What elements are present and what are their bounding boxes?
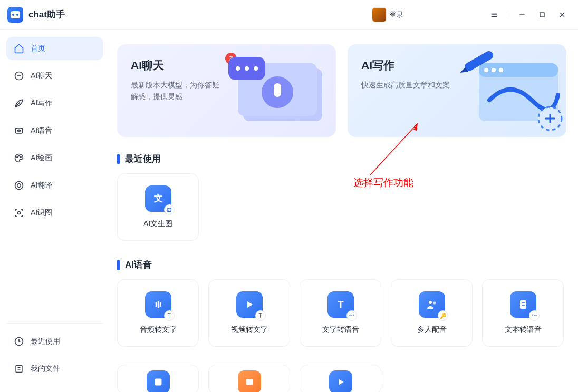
svg-rect-33 [479,63,558,77]
svg-rect-4 [540,13,544,17]
svg-point-34 [484,68,488,72]
wave-sub-icon: 〰 [346,310,357,321]
palette-icon [14,153,24,163]
login-button[interactable]: 登录 [390,10,403,19]
sidebar-item-label: AI写作 [31,99,52,108]
tool-icon [238,370,261,392]
wave-sub-icon: 〰 [529,310,540,321]
sidebar-item-label: AI绘画 [31,153,52,163]
maximize-button[interactable] [534,6,551,23]
tool-label: 文本转语音 [505,325,542,335]
translate-icon [14,180,24,191]
svg-marker-44 [247,301,253,308]
tool-icon [147,370,170,392]
section-title: AI语音 [125,259,152,271]
svg-point-30 [245,66,249,71]
svg-point-29 [236,66,240,71]
accent-bar-icon [117,154,120,164]
feather-icon [14,98,24,109]
svg-line-54 [370,123,418,175]
chat-icon [14,71,24,81]
sidebar-item-label: AI翻译 [31,181,52,190]
svg-point-46 [429,301,432,304]
home-icon [14,43,24,54]
tool-card-tts[interactable]: 〰 文本转语音 [482,279,564,347]
svg-point-14 [17,157,18,158]
sidebar-item-voice[interactable]: AI语音 [6,119,103,142]
sidebar-item-label: AI聊天 [31,71,52,81]
tool-label: 文字转语音 [322,325,359,335]
people-icon: 🔑 [419,291,445,318]
close-button[interactable] [554,6,571,23]
svg-point-36 [499,68,503,72]
svg-point-47 [433,302,436,305]
sidebar-item-home[interactable]: 首页 [6,37,103,60]
section-title: 最近使用 [125,153,161,165]
hero-desc: 快速生成高质量文章和文案 [361,79,456,91]
sidebar-item-write[interactable]: AI写作 [6,92,103,115]
tool-card-text2img[interactable]: 文 🖼 AI文生图 [117,173,199,241]
svg-point-31 [254,66,258,71]
tool-card-partial[interactable] [208,365,290,392]
sidebar: 首页 AI聊天 AI写作 AI语音 AI绘画 AI翻译 AI识图 [0,30,110,392]
titlebar: chat助手 登录 [0,0,578,30]
svg-point-18 [17,184,21,188]
audio-icon: T [145,291,171,318]
svg-rect-27 [274,83,281,97]
image-sub-icon: 🖼 [164,204,175,215]
svg-marker-53 [339,379,343,385]
svg-text:T: T [338,299,343,310]
sidebar-item-recent[interactable]: 最近使用 [6,330,103,353]
annotation-arrow-icon [365,122,423,180]
tool-label: 多人配音 [417,325,447,335]
section-header-voice: AI语音 [117,259,566,271]
sidebar-item-files[interactable]: 我的文件 [6,357,103,380]
app-logo-icon [7,7,23,23]
svg-text:文: 文 [153,193,162,203]
minimize-button[interactable] [514,6,531,23]
tool-card-video2text[interactable]: T 视频转文字 [208,279,290,347]
tool-label: 音频转文字 [140,325,177,335]
tool-card-text2voice[interactable]: T 〰 文字转语音 [300,279,381,347]
avatar[interactable] [372,7,387,22]
sidebar-item-label: 最近使用 [31,337,60,346]
tool-card-partial[interactable] [117,365,199,392]
history-icon [14,336,24,347]
tool-label: 视频转文字 [231,325,268,335]
hero-card-chat[interactable]: AI聊天 最新版本大模型，为你答疑解惑，提供灵感 2 [117,44,336,137]
sidebar-item-label: AI识图 [31,208,52,218]
sidebar-item-label: 首页 [31,44,45,53]
svg-point-19 [18,212,21,214]
text-sub-icon: T [164,310,175,321]
sidebar-item-translate[interactable]: AI翻译 [6,174,103,197]
sidebar-item-vision[interactable]: AI识图 [6,201,103,224]
svg-point-16 [21,157,22,158]
text2img-icon: 文 🖼 [145,185,171,212]
svg-rect-51 [155,379,161,386]
sidebar-item-paint[interactable]: AI绘画 [6,146,103,170]
chat-illustration-icon [222,47,333,134]
hero-desc: 最新版本大模型，为你答疑解惑，提供灵感 [131,79,226,103]
file-icon [14,364,24,374]
scan-icon [14,208,24,218]
video-icon: T [236,291,263,318]
mic-sub-icon: 🔑 [438,310,448,321]
tool-card-multivoice[interactable]: 🔑 多人配音 [391,279,473,347]
text-sub-icon: T [255,310,266,321]
app-title: chat助手 [28,8,65,21]
sidebar-item-label: AI语音 [31,126,52,135]
tool-card-audio2text[interactable]: T 音频转文字 [117,279,199,347]
menu-button[interactable] [486,6,503,23]
doc-icon: 〰 [510,291,536,318]
write-illustration-icon [452,47,563,134]
tool-card-partial[interactable] [300,365,381,392]
sidebar-item-label: 我的文件 [31,364,60,374]
svg-rect-52 [246,379,253,385]
tool-icon [329,370,352,392]
text-icon: T 〰 [327,291,354,318]
sidebar-item-chat[interactable]: AI聊天 [6,64,103,87]
svg-point-17 [15,182,23,190]
section-header-recent: 最近使用 [117,153,566,165]
svg-point-15 [18,155,20,156]
tool-label: AI文生图 [143,219,172,229]
